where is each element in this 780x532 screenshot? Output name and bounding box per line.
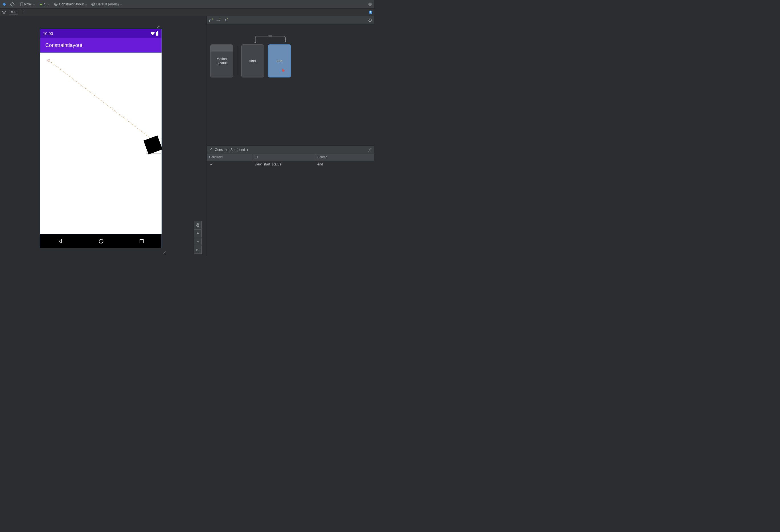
state-divider — [237, 47, 237, 75]
cycle-icon[interactable] — [368, 18, 373, 22]
svg-text:+: + — [212, 18, 213, 20]
create-transition-icon[interactable]: + — [216, 18, 221, 22]
motion-overview[interactable]: Motion Layout start end — [207, 24, 374, 145]
svg-marker-38 — [284, 41, 287, 43]
nav-home-icon[interactable] — [99, 238, 104, 244]
design-toolbar: Pixel ⌄ S ⌄ Constraintlayout ⌄ Default (… — [0, 0, 374, 8]
svg-rect-39 — [269, 35, 272, 37]
constraintset-panel: ConstraintSet ( end ) Constraint ID Sour… — [207, 145, 374, 256]
theme-label: Constraintlayout — [59, 2, 84, 6]
svg-rect-12 — [370, 5, 370, 5]
svg-rect-11 — [370, 3, 370, 5]
android-icon — [39, 3, 43, 6]
svg-point-5 — [54, 3, 57, 6]
svg-line-28 — [164, 253, 166, 254]
start-label: start — [249, 59, 256, 63]
zoom-out-button[interactable]: − — [194, 237, 202, 246]
api-selector[interactable]: S ⌄ — [38, 2, 51, 6]
design-surface[interactable]: 10:00 Constraintlayout — [0, 16, 206, 256]
svg-rect-2 — [20, 3, 23, 6]
create-click-handler-icon[interactable]: + — [223, 18, 228, 22]
motion-toolbar: + + + — [207, 16, 374, 24]
constraintset-header: ConstraintSet ( end ) — [207, 146, 374, 154]
zoom-reset-button[interactable]: 1:1 — [194, 246, 202, 254]
svg-point-14 — [3, 12, 5, 13]
chevron-down-icon: ⌄ — [33, 3, 35, 6]
svg-text:+: + — [220, 18, 221, 20]
col-id[interactable]: ID — [252, 154, 315, 161]
svg-text:+: + — [227, 18, 228, 20]
blueprint-view-icon[interactable] — [1, 1, 7, 7]
start-state-card[interactable]: start — [241, 44, 264, 77]
create-constraintset-icon[interactable]: + — [208, 18, 213, 22]
svg-marker-16 — [22, 11, 24, 12]
device-frame: 10:00 Constraintlayout — [40, 29, 162, 248]
api-label: S — [44, 2, 46, 6]
status-time: 10:00 — [43, 31, 53, 36]
constraintset-icon — [209, 148, 213, 152]
chevron-down-icon: ⌄ — [120, 3, 122, 6]
theme-selector[interactable]: Constraintlayout ⌄ — [53, 2, 88, 6]
constraint-id: view_start_status — [252, 162, 315, 167]
motion-layout-card[interactable]: Motion Layout — [210, 44, 233, 77]
svg-line-29 — [165, 254, 166, 254]
motion-layout-label-2: Layout — [216, 61, 227, 65]
guidelines-icon[interactable] — [21, 10, 25, 14]
wrench-icon[interactable] — [156, 25, 160, 29]
end-state-card[interactable]: end — [268, 44, 291, 77]
svg-marker-40 — [282, 69, 285, 72]
motion-editor-pane: + + + Motion Layou — [206, 16, 374, 256]
cs-title-prefix: ConstraintSet ( — [215, 148, 238, 152]
chevron-down-icon: ⌄ — [48, 3, 50, 6]
svg-point-41 — [210, 151, 210, 152]
svg-marker-24 — [59, 240, 61, 243]
svg-point-3 — [40, 4, 41, 4]
device-label: Pixel — [24, 2, 32, 6]
margin-value: 0dp — [11, 10, 16, 14]
zoom-in-button[interactable]: + — [194, 229, 202, 237]
toolbar-separator — [17, 1, 17, 7]
edit-icon[interactable] — [368, 148, 372, 152]
cs-title-suffix: ) — [247, 148, 248, 152]
chevron-down-icon: ⌄ — [85, 3, 87, 6]
pan-button[interactable] — [194, 221, 202, 229]
locale-selector[interactable]: Default (en-us) ⌄ — [90, 2, 124, 6]
warnings-icon[interactable] — [367, 1, 373, 7]
svg-line-27 — [163, 251, 166, 254]
svg-point-21 — [48, 59, 50, 61]
end-label: end — [277, 59, 282, 63]
app-title: Constraintlayout — [45, 43, 82, 48]
options-toolbar: 0dp ? — [0, 8, 374, 16]
transition-arrow[interactable] — [252, 35, 289, 43]
svg-marker-36 — [369, 19, 370, 20]
resize-handle-icon[interactable] — [161, 250, 166, 255]
nav-recent-icon[interactable] — [140, 239, 144, 243]
col-source[interactable]: Source — [315, 154, 374, 161]
nav-back-icon[interactable] — [58, 239, 63, 244]
constraint-check — [207, 162, 252, 167]
svg-marker-37 — [254, 42, 256, 43]
svg-rect-20 — [157, 31, 158, 32]
svg-line-22 — [49, 60, 155, 142]
battery-icon — [156, 31, 159, 36]
col-constraint[interactable]: Constraint — [207, 154, 252, 161]
svg-point-25 — [99, 239, 103, 243]
cursor-icon — [282, 68, 286, 72]
app-bar: Constraintlayout — [40, 38, 161, 52]
svg-rect-19 — [156, 32, 158, 36]
wifi-icon — [150, 32, 155, 36]
cs-title-name: end — [239, 148, 245, 152]
svg-text:?: ? — [370, 11, 372, 14]
orientation-icon[interactable] — [9, 1, 15, 7]
default-margin[interactable]: 0dp — [9, 10, 18, 15]
help-icon[interactable]: ? — [369, 10, 373, 14]
svg-point-42 — [211, 148, 212, 149]
device-selector[interactable]: Pixel ⌄ — [19, 2, 36, 6]
view-options-icon[interactable] — [2, 10, 6, 14]
nav-bar — [40, 234, 161, 248]
svg-point-4 — [41, 4, 42, 4]
constraint-row[interactable]: view_start_status end — [207, 161, 374, 168]
layout-canvas[interactable] — [40, 52, 161, 234]
svg-point-30 — [209, 21, 210, 22]
constraint-table-header: Constraint ID Source — [207, 154, 374, 161]
